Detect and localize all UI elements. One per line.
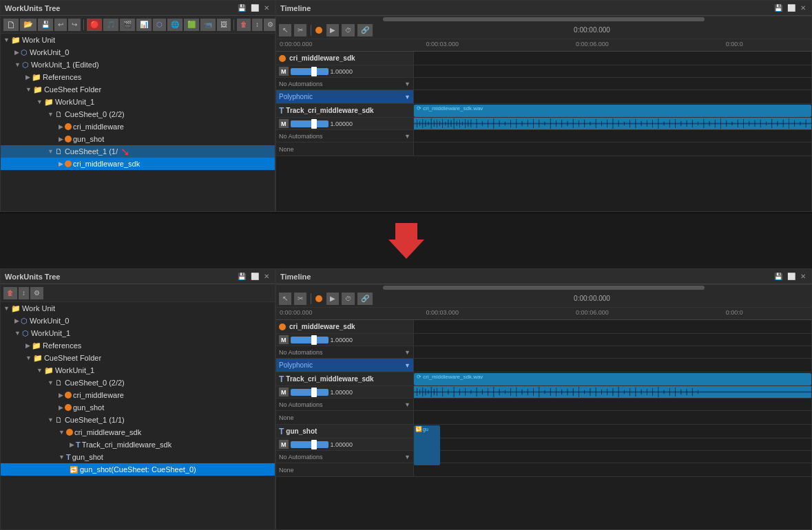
tree-item[interactable]: ▼ ⬡ WorkUnit_1 (Edited) xyxy=(1,59,275,71)
dropdown-arrow[interactable]: ▼ xyxy=(404,454,410,460)
scissors-tool[interactable]: ✂ xyxy=(294,293,306,305)
tb-icon5[interactable]: ⬡ xyxy=(153,19,166,31)
svg-rect-60 xyxy=(698,122,698,126)
tree-item[interactable]: ▶ cri_middleware_sdk xyxy=(1,158,275,170)
dropdown-arrow[interactable]: ▼ xyxy=(404,94,410,100)
fader[interactable] xyxy=(291,389,329,396)
tree-item[interactable]: ▼ cri_middleware_sdk xyxy=(1,426,275,438)
m-button[interactable]: M xyxy=(279,67,289,76)
tree-item[interactable]: ▼ 📁 Work Unit xyxy=(1,34,275,46)
tree-item[interactable]: ▶ T Track_cri_middleware_sdk xyxy=(1,438,275,451)
fader[interactable] xyxy=(291,68,329,75)
tree-item[interactable]: ▶ ⬡ WorkUnit_0 xyxy=(1,46,275,59)
tb-icon3[interactable]: 🎬 xyxy=(120,19,135,31)
main-container: WorkUnits Tree 💾 ⬜ ✕ 🗋 📂 💾 ↩ ↪ 🔴 � xyxy=(0,0,812,530)
save-icon[interactable]: 💾 xyxy=(236,272,247,281)
dropdown-arrow[interactable]: ▼ xyxy=(404,81,410,87)
tb-sort[interactable]: ↕ xyxy=(252,19,262,31)
link-btn[interactable]: 🔗 xyxy=(357,24,373,36)
tree-item[interactable]: ▶ 📁 References xyxy=(1,71,275,83)
top-timeline-scrollbar[interactable] xyxy=(276,16,811,21)
tb-icon7[interactable]: 🟩 xyxy=(184,19,199,31)
tb-settings[interactable]: ⚙ xyxy=(30,287,43,299)
tree-item[interactable]: ▼ 🗋 CueSheet_0 (2/2) xyxy=(1,377,275,389)
dropdown-arrow[interactable]: ▼ xyxy=(404,133,410,140)
dropdown-arrow[interactable]: ▼ xyxy=(404,401,410,408)
play-btn[interactable]: ▶ xyxy=(326,293,339,305)
close-icon[interactable]: ✕ xyxy=(262,272,271,281)
fader[interactable] xyxy=(291,441,329,448)
cursor-tool[interactable]: ↖ xyxy=(279,293,291,305)
m-button[interactable]: M xyxy=(279,119,289,128)
tb-icon9[interactable]: 🖼 xyxy=(217,19,231,31)
tb-save[interactable]: 💾 xyxy=(38,19,53,31)
m-button[interactable]: M xyxy=(279,440,289,449)
svg-rect-90 xyxy=(448,390,448,395)
tree-item[interactable]: ▶ cri_middleware xyxy=(1,389,275,401)
tree-item[interactable]: ▼ 📁 WorkUnit_1 xyxy=(1,364,275,377)
tb-sort[interactable]: ↕ xyxy=(19,287,29,299)
tree-item[interactable]: ▼ 🗋 CueSheet_1 (1/1) xyxy=(1,414,275,426)
link-btn[interactable]: 🔗 xyxy=(357,293,373,305)
tree-item[interactable]: ▶ gun_shot xyxy=(1,401,275,414)
svg-rect-33 xyxy=(545,122,545,126)
tb-icon4[interactable]: 📊 xyxy=(136,19,152,31)
tb-icon2[interactable]: 🎵 xyxy=(103,19,118,31)
dropdown-arrow[interactable]: ▼ xyxy=(404,362,410,369)
tree-item[interactable]: ▼ ⬡ WorkUnit_1 xyxy=(1,327,275,339)
tree-item[interactable]: ▼ 🗋 CueSheet_1 (1/ ➘ xyxy=(1,145,275,158)
tree-item[interactable]: ▶ ⬡ WorkUnit_0 xyxy=(1,315,275,327)
tree-item[interactable]: ▼ T gun_shot xyxy=(1,451,275,463)
window-icon[interactable]: ⬜ xyxy=(786,3,797,12)
tree-item[interactable]: ▼ 📁 Work Unit xyxy=(1,302,275,315)
tb-redo[interactable]: ↪ xyxy=(68,19,81,31)
track-icon xyxy=(279,55,286,62)
tree-item[interactable]: ▶ 📁 References xyxy=(1,339,275,352)
time-btn[interactable]: ⏱ xyxy=(342,293,355,305)
tb-icon1[interactable]: 🔴 xyxy=(87,19,102,31)
tree-item-label: Work Unit xyxy=(22,36,55,44)
tb-delete[interactable]: 🗑 xyxy=(237,19,251,31)
svg-rect-64 xyxy=(720,118,721,129)
tree-item[interactable]: ▼ 📁 CueSheet Folder xyxy=(1,352,275,364)
fader[interactable] xyxy=(291,337,329,343)
time-btn[interactable]: ⏱ xyxy=(342,24,355,36)
m-button[interactable]: M xyxy=(279,335,289,344)
save-icon[interactable]: 💾 xyxy=(773,3,784,12)
tree-item[interactable]: ▶ gun_shot xyxy=(1,133,275,145)
tree-item-label: CueSheet Folder xyxy=(44,354,101,362)
m-button[interactable]: M xyxy=(279,388,289,396)
tb-icon6[interactable]: 🌐 xyxy=(167,19,183,31)
tree-item[interactable]: ▶ cri_middleware xyxy=(1,120,275,133)
record-btn[interactable] xyxy=(315,295,322,302)
tb-new[interactable]: 🗋 xyxy=(3,19,19,31)
tree-item[interactable]: ▼ 🗋 CueSheet_0 (2/2) xyxy=(1,108,275,120)
dropdown-arrow[interactable]: ▼ xyxy=(404,349,410,356)
record-btn[interactable] xyxy=(315,27,322,34)
cursor-tool[interactable]: ↖ xyxy=(279,24,291,36)
close-icon[interactable]: ✕ xyxy=(799,272,807,281)
bottom-timeline-scrollbar[interactable] xyxy=(276,284,811,290)
automation-row: No Automations ▼ xyxy=(276,399,811,411)
close-icon[interactable]: ✕ xyxy=(799,3,807,12)
tb-delete[interactable]: 🗑 xyxy=(3,287,17,299)
tree-item[interactable]: 🔁 gun_shot(CueSheet: CueSheet_0) xyxy=(1,463,275,476)
scissors-tool[interactable]: ✂ xyxy=(294,24,306,36)
tree-item[interactable]: ▼ 📁 WorkUnit_1 xyxy=(1,96,275,108)
window-icon[interactable]: ⬜ xyxy=(249,3,260,12)
tb-undo[interactable]: ↩ xyxy=(54,19,67,31)
fader[interactable] xyxy=(291,120,329,127)
ruler-mark: 0:00:03.000 xyxy=(426,309,459,316)
save-icon[interactable]: 💾 xyxy=(773,272,784,281)
track-controls: T Track_cri_middleware_sdk xyxy=(276,104,414,117)
automation-row: No Automations ▼ xyxy=(276,130,811,142)
window-icon[interactable]: ⬜ xyxy=(786,272,797,281)
tb-icon8[interactable]: 📹 xyxy=(200,19,216,31)
automation-controls: No Automations ▼ xyxy=(276,130,414,142)
window-icon[interactable]: ⬜ xyxy=(249,272,260,281)
save-icon[interactable]: 💾 xyxy=(236,3,247,12)
play-btn[interactable]: ▶ xyxy=(326,24,339,36)
tree-item[interactable]: ▼ 📁 CueSheet Folder xyxy=(1,83,275,96)
tb-open[interactable]: 📂 xyxy=(20,19,37,31)
close-icon[interactable]: ✕ xyxy=(262,3,271,12)
